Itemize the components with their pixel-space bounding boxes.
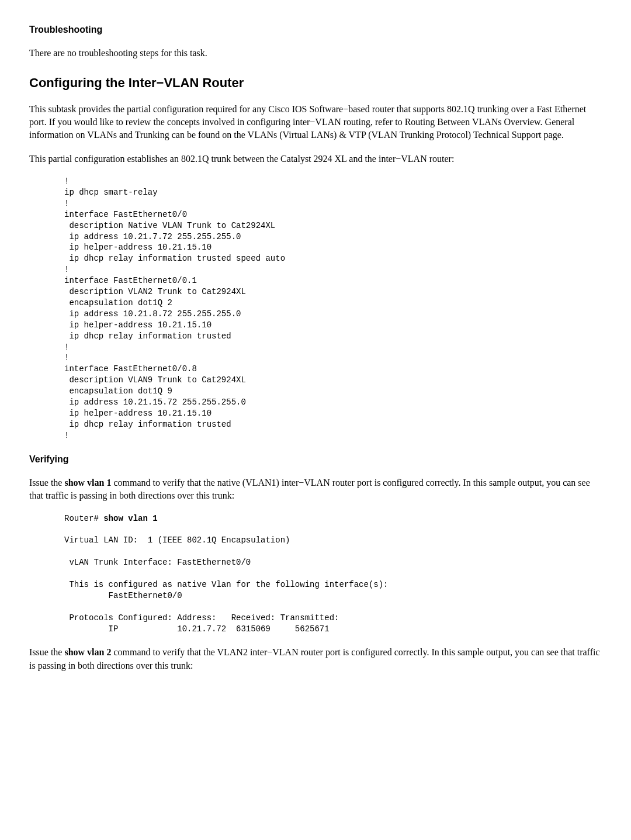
- verify-vlan1-text: Issue the show vlan 1 command to verify …: [29, 476, 602, 503]
- verify-vlan2-b: command to verify that the VLAN2 inter−V…: [29, 647, 600, 670]
- no-troubleshooting-text: There are no troubleshooting steps for t…: [29, 47, 602, 60]
- verify-vlan1-cmd: show vlan 1: [64, 478, 111, 488]
- verify-vlan2-a: Issue the: [29, 647, 64, 657]
- verifying-heading: Verifying: [29, 453, 602, 466]
- subtask-intro-text: This subtask provides the partial config…: [29, 103, 602, 142]
- partial-config-text: This partial configuration establishes a…: [29, 153, 602, 165]
- show-vlan1-prompt: Router#: [64, 514, 103, 523]
- verify-vlan2-cmd: show vlan 2: [64, 647, 111, 657]
- troubleshooting-heading: Troubleshooting: [29, 23, 602, 36]
- show-vlan1-output: Router# show vlan 1 Virtual LAN ID: 1 (I…: [64, 513, 602, 635]
- show-vlan1-cmd: show vlan 1: [103, 514, 157, 523]
- verify-vlan2-text: Issue the show vlan 2 command to verify …: [29, 646, 602, 672]
- router-config-code: ! ip dhcp smart-relay ! interface FastEt…: [64, 176, 602, 441]
- verify-vlan1-b: command to verify that the native (VLAN1…: [29, 478, 590, 500]
- show-vlan1-body: Virtual LAN ID: 1 (IEEE 802.1Q Encapsula…: [64, 535, 389, 633]
- configuring-heading: Configuring the Inter−VLAN Router: [29, 74, 602, 92]
- verify-vlan1-a: Issue the: [29, 478, 64, 488]
